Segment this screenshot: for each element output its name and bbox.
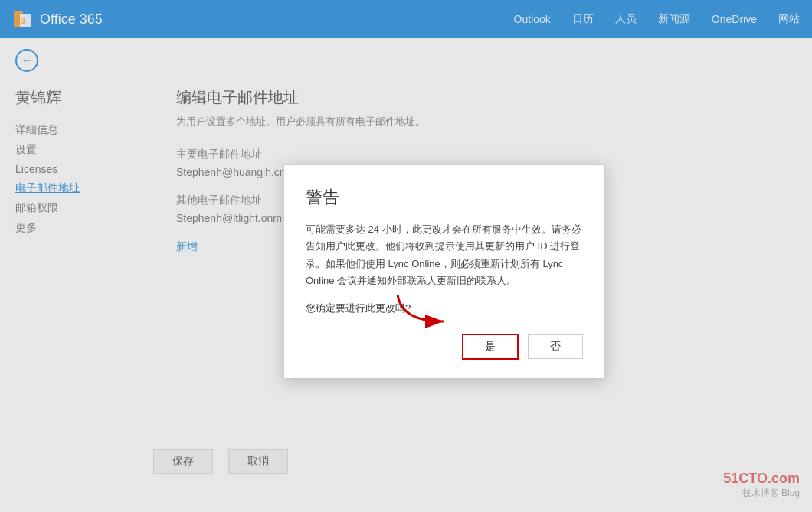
dialog-body: 可能需要多达 24 小时，此更改才会在所有服务中生效。请务必告知用户此更改。他们… [306,221,583,289]
warning-dialog: 警告 可能需要多达 24 小时，此更改才会在所有服务中生效。请务必告知用户此更改… [283,164,605,378]
confirm-yes-button[interactable]: 是 [462,334,519,360]
dialog-question: 您确定要进行此更改吗? [306,302,583,315]
dialog-buttons: 是 否 [306,334,583,360]
confirm-no-button[interactable]: 否 [528,334,583,359]
dialog-overlay: 警告 可能需要多达 24 小时，此更改才会在所有服务中生效。请务必告知用户此更改… [0,0,812,512]
dialog-title: 警告 [306,186,583,209]
